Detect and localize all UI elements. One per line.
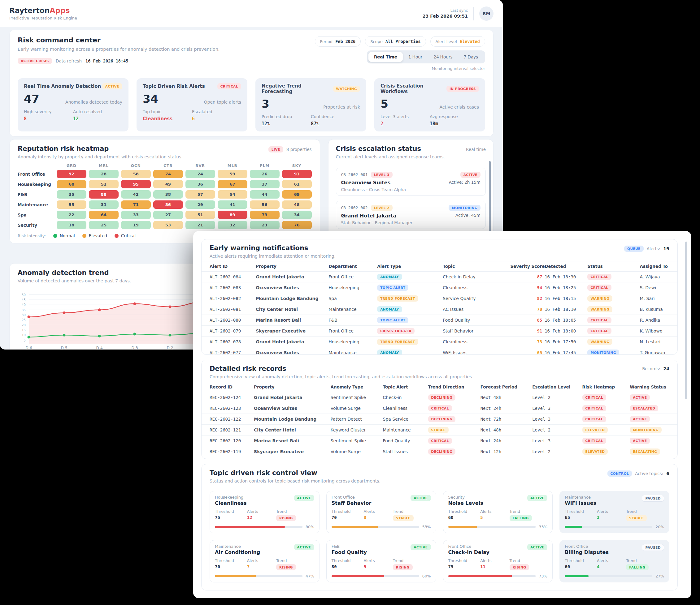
record-row[interactable]: REC-2602-124Grand Hotel JakartaSentiment… [202,392,677,403]
heatmap-cell[interactable]: 24 [185,170,215,178]
heatmap-cell[interactable]: 42 [121,190,151,199]
heatmap-cell[interactable]: 44 [250,190,280,199]
heatmap-cell[interactable]: 21 [185,221,215,229]
heatmap-cell[interactable]: 74 [153,170,183,178]
cell-id: REC-2602-122 [202,414,254,425]
record-row[interactable]: REC-2602-120Marina Resort BaliSentiment … [202,436,677,446]
cell-property: Riverfront Boutique [254,457,330,459]
crisis-case[interactable]: CR-2602-002 LEVEL 2 MONITORING Grand Hot… [336,201,486,229]
topic-card-billing-disputes[interactable]: Front Office Billing Disputes PAUSED Thr… [559,540,669,582]
heatmap-cell[interactable]: 35 [57,190,86,199]
heatmap-cell[interactable]: 19 [121,221,151,229]
heatmap-cell[interactable]: 18 [57,221,86,229]
heatmap-cell[interactable]: 25 [89,221,119,229]
alert-row[interactable]: ALT-2602-080Marina Resort BaliF&BTOPIC A… [202,315,677,326]
heatmap-cell[interactable]: 95 [121,180,151,188]
heatmap-cell[interactable]: 57 [185,190,215,199]
interval-real-time[interactable]: Real Time [369,52,403,62]
record-row[interactable]: REC-2602-119Skycraper ExecutiveVolume Su… [202,446,677,457]
heatmap-cell[interactable]: 67 [218,180,247,188]
topic-card-noise-levels[interactable]: Security Noise Levels ACTIVE Threshold 6… [443,491,553,533]
heatmap-cell[interactable]: 68 [57,180,86,188]
heatmap-cell[interactable]: 51 [185,211,215,219]
column-header: Status [587,261,640,271]
heatmap-cell[interactable]: 69 [282,190,312,199]
heatmap-cell[interactable]: 27 [153,211,183,219]
heatmap-cell[interactable]: 53 [153,221,183,229]
heatmap-cell[interactable]: 71 [121,201,151,209]
heatmap-cell[interactable]: 86 [153,201,183,209]
status-badge: CRITICAL [587,317,611,323]
alert-row[interactable]: ALT-2602-079Skycraper ExecutiveFront Off… [202,326,677,337]
heatmap-cell[interactable]: 88 [89,190,119,199]
alert-row[interactable]: ALT-2602-082Mountain Lodge BandungSpaTRE… [202,293,677,304]
topic-card-check-in-delay[interactable]: Front Office Check-in Delay ACTIVE Thres… [443,540,553,582]
heatmap-cell[interactable]: 64 [89,211,119,219]
interval-24-hours[interactable]: 24 Hours [428,52,458,62]
cell-heat: CRITICAL [582,414,630,425]
crisis-case[interactable]: CR-2602-001 LEVEL 3 ACTIVE Oceanview Sui… [336,168,486,196]
topic-threshold: Threshold 60 [565,558,597,570]
heatmap-cell[interactable]: 22 [57,211,86,219]
heatmap-cell[interactable]: 23 [250,221,280,229]
filter-alert-level[interactable]: Alert Level Elevated [430,36,485,47]
topic-threshold: Threshold 75 [448,558,480,570]
topic-card-staff-behavior[interactable]: Front Office Staff Behavior ACTIVE Thres… [326,491,436,533]
heatmap-cell[interactable]: 92 [57,170,86,178]
record-row[interactable]: REC-2602-122Mountain Lodge BandungPatter… [202,414,677,425]
scrollbar[interactable] [489,161,491,238]
kpi-stat: Auto resolved 12 [73,109,122,122]
topic-card-cleanliness[interactable]: Housekeeping Cleanliness ACTIVE Threshol… [209,491,320,533]
alert-row[interactable]: ALT-2602-083Oceanview SuitesHousekeeping… [202,282,677,293]
filter-period[interactable]: Period Feb 2026 [315,36,361,47]
heatmap-cell[interactable]: 55 [57,201,86,209]
alert-row[interactable]: ALT-2602-081City Center HotelMaintenance… [202,304,677,315]
record-row[interactable]: REC-2602-121City Center HotelKeyword Clu… [202,425,677,436]
heatmap-cell[interactable]: 91 [282,170,312,178]
record-row[interactable]: REC-2602-123Oceanview SuitesVolume Surge… [202,403,677,414]
status-badge: DECLINING [428,394,456,400]
record-row[interactable]: REC-2602-118Riverfront BoutiquePattern D… [202,457,677,459]
heatmap-cell[interactable]: 52 [89,180,119,188]
topic-alerts: Alerts 8 [364,509,393,521]
heatmap-cell[interactable]: 41 [218,201,247,209]
heatmap-cell[interactable]: 76 [282,221,312,229]
topic-card-air-conditioning[interactable]: Maintenance Air Conditioning ACTIVE Thre… [209,540,320,582]
heatmap-cell[interactable]: 26 [250,170,280,178]
heatmap-cell[interactable]: 49 [153,180,183,188]
heatmap-cell[interactable]: 37 [250,180,280,188]
heatmap-cell[interactable]: 31 [89,201,119,209]
heatmap-cell[interactable]: 89 [218,211,247,219]
heatmap-cell[interactable]: 58 [121,170,151,178]
topic-progress-label: 80% [305,525,314,529]
heatmap-cell[interactable]: 73 [250,211,280,219]
heatmap-cell[interactable]: 61 [282,180,312,188]
heatmap-cell[interactable]: 32 [218,221,247,229]
heatmap-cell[interactable]: 38 [153,190,183,199]
heatmap-cell[interactable]: 36 [185,180,215,188]
alert-row[interactable]: ALT-2602-078Grand Hotel JakartaHousekeep… [202,337,677,347]
alert-row[interactable]: ALT-2602-084Grand Hotel JakartaFront Off… [202,271,677,282]
topic-department: Front Office [331,495,372,500]
heatmap-cell[interactable]: 28 [89,170,119,178]
topic-card-wifi-issues[interactable]: Maintenance WiFi Issues PAUSED Threshold… [559,491,669,533]
interval-7-days[interactable]: 7 Days [458,52,483,62]
topic-card-food-quality[interactable]: F&B Food Quality ACTIVE Threshold 80 Ale… [326,540,436,582]
status-badge: ANOMALY [377,349,402,355]
heatmap-cell[interactable]: 54 [218,190,247,199]
cell-topic: Food Quality [443,315,510,326]
alerts-title: Early warning notifications [209,244,335,252]
scrollbar[interactable] [685,242,687,399]
interval-1-hour[interactable]: 1 Hour [403,52,428,62]
heatmap-cell[interactable]: 59 [218,170,247,178]
heatmap-cell[interactable]: 34 [282,211,312,219]
cell-trend: DECLINING [428,414,480,425]
heatmap-cell[interactable]: 33 [121,211,151,219]
heatmap-cell[interactable]: 56 [250,201,280,209]
avatar[interactable]: RM [479,6,494,21]
filter-scope[interactable]: Scope All Properties [365,36,426,47]
heatmap-cell[interactable]: 29 [185,201,215,209]
topic-department: Maintenance [215,544,260,549]
alert-row[interactable]: ALT-2602-077Oceanview SuitesMaintenanceA… [202,347,677,355]
heatmap-cell[interactable]: 48 [282,201,312,209]
